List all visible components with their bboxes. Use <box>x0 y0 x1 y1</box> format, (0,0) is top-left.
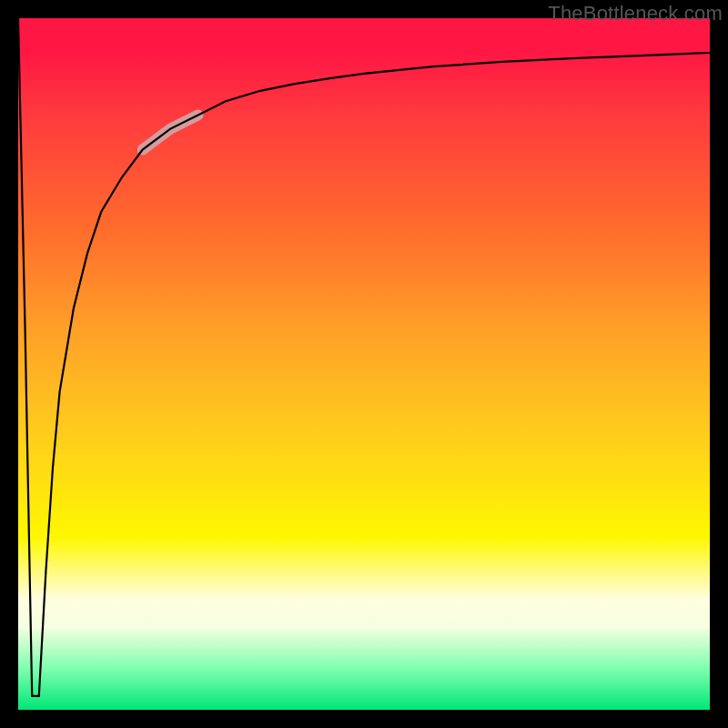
chart-svg <box>18 18 710 710</box>
watermark-text: TheBottleneck.com <box>548 2 723 25</box>
main-curve <box>18 18 710 696</box>
chart-frame: TheBottleneck.com <box>0 0 728 728</box>
